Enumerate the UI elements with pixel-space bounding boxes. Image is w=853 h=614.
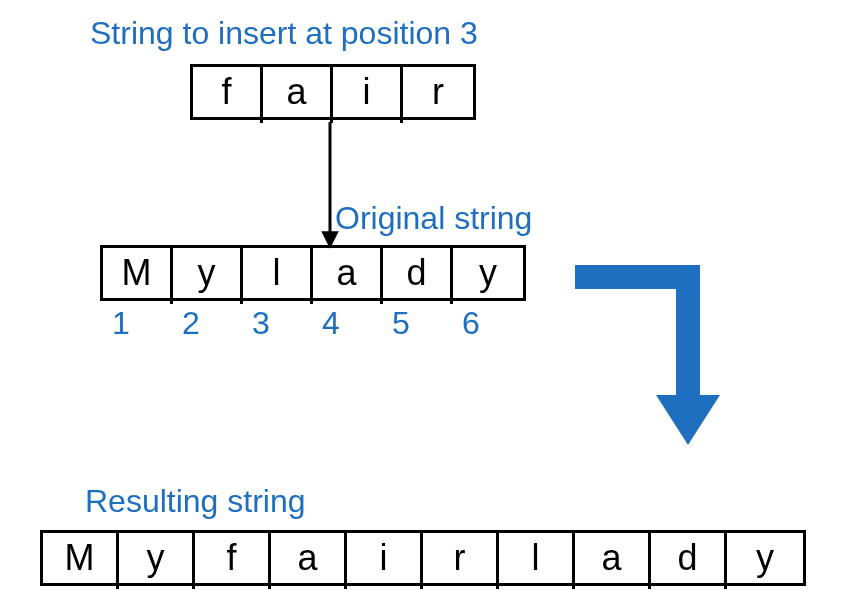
original-title-label: Original string (335, 200, 532, 237)
cell: d (651, 533, 727, 589)
result-string-row: Myfairlady (40, 530, 806, 586)
index-label: 4 (310, 305, 380, 342)
result-title-label: Resulting string (85, 483, 306, 520)
flow-arrow (575, 265, 720, 445)
cell: a (313, 248, 383, 304)
cell: M (103, 248, 173, 304)
cell: y (173, 248, 243, 304)
cell: y (119, 533, 195, 589)
cell: y (727, 533, 803, 589)
cell: l (243, 248, 313, 304)
cell: r (403, 67, 473, 123)
index-label: 3 (240, 305, 310, 342)
insert-string-row: fair (190, 64, 476, 120)
cell: f (195, 533, 271, 589)
cell: a (271, 533, 347, 589)
cell: a (575, 533, 651, 589)
cell: y (453, 248, 523, 304)
cell: l (499, 533, 575, 589)
cell: r (423, 533, 499, 589)
index-label: 2 (170, 305, 240, 342)
index-label: 1 (100, 305, 170, 342)
cell: i (347, 533, 423, 589)
cell: a (263, 67, 333, 123)
index-label: 5 (380, 305, 450, 342)
cell: d (383, 248, 453, 304)
cell: i (333, 67, 403, 123)
cell: M (43, 533, 119, 589)
cell: f (193, 67, 263, 123)
insert-title-label: String to insert at position 3 (90, 15, 478, 52)
original-index-row: 123456 (100, 305, 520, 342)
original-string-row: Mylady (100, 245, 526, 301)
index-label: 6 (450, 305, 520, 342)
